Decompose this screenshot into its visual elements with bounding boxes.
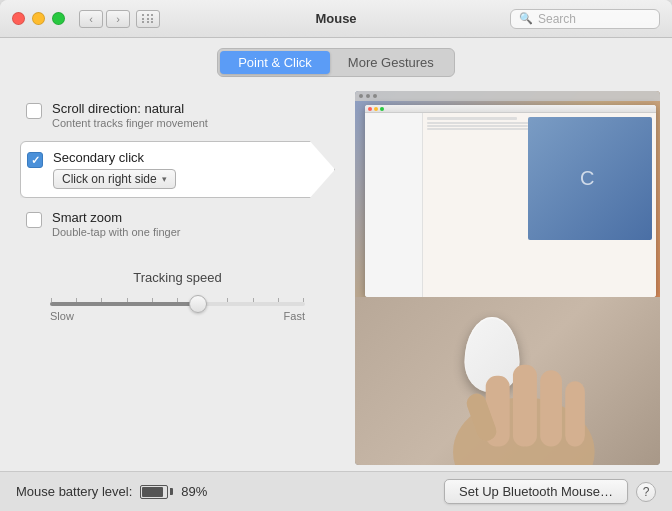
slider-labels: Slow Fast xyxy=(50,310,305,322)
secondary-click-text: Secondary click Click on right side ▾ xyxy=(53,150,304,189)
window: ‹ › Mouse 🔍 Search Point & Click More Ge… xyxy=(0,0,672,511)
svg-rect-3 xyxy=(513,364,537,446)
dropdown-label: Click on right side xyxy=(62,172,157,186)
scroll-direction-title: Scroll direction: natural xyxy=(52,101,329,116)
svg-rect-4 xyxy=(540,370,562,446)
traffic-lights xyxy=(12,12,65,25)
tabs-container: Point & Click More Gestures xyxy=(0,38,672,85)
preview-main: C xyxy=(423,113,656,297)
preview-window: C xyxy=(365,105,656,297)
help-icon: ? xyxy=(643,485,650,499)
search-bar[interactable]: 🔍 Search xyxy=(510,9,660,29)
tab-more-gestures[interactable]: More Gestures xyxy=(330,51,452,74)
smart-zoom-option: Smart zoom Double-tap with one finger xyxy=(20,202,335,246)
tracking-section: Tracking speed Slow Fast xyxy=(20,270,335,322)
back-button[interactable]: ‹ xyxy=(79,10,103,28)
minimize-button[interactable] xyxy=(32,12,45,25)
battery-nub xyxy=(170,488,173,495)
battery-percentage: 89% xyxy=(181,484,207,499)
preview-menubar xyxy=(355,91,660,101)
slider-fast-label: Fast xyxy=(284,310,305,322)
battery-icon xyxy=(140,485,173,499)
preview-window-bar xyxy=(365,105,656,113)
scroll-direction-option: Scroll direction: natural Content tracks… xyxy=(20,93,335,137)
smart-zoom-desc: Double-tap with one finger xyxy=(52,226,329,238)
bottom-bar: Mouse battery level: 89% Set Up Bluetoot… xyxy=(0,471,672,511)
preview-img-block: C xyxy=(528,117,652,240)
smart-zoom-title: Smart zoom xyxy=(52,210,329,225)
secondary-click-checkbox[interactable] xyxy=(27,152,43,168)
smart-zoom-text: Smart zoom Double-tap with one finger xyxy=(52,210,329,238)
bottom-buttons: Set Up Bluetooth Mouse… ? xyxy=(444,479,656,504)
maximize-button[interactable] xyxy=(52,12,65,25)
tracking-slider-container: Slow Fast xyxy=(50,297,305,322)
smart-zoom-checkbox[interactable] xyxy=(26,212,42,228)
window-title: Mouse xyxy=(315,11,356,26)
help-button[interactable]: ? xyxy=(636,482,656,502)
preview-sidebar xyxy=(365,113,423,297)
svg-text:C: C xyxy=(580,167,594,189)
secondary-click-dropdown-row: Click on right side ▾ xyxy=(53,169,304,189)
scroll-direction-text: Scroll direction: natural Content tracks… xyxy=(52,101,329,129)
preview-logo-icon: C xyxy=(575,163,605,193)
tab-point-click[interactable]: Point & Click xyxy=(220,51,330,74)
left-panel: Scroll direction: natural Content tracks… xyxy=(0,85,355,471)
slider-slow-label: Slow xyxy=(50,310,74,322)
scroll-direction-desc: Content tracks finger movement xyxy=(52,117,329,129)
battery-fill xyxy=(142,487,163,497)
preview-image: C xyxy=(355,91,660,465)
slider-thumb[interactable] xyxy=(189,295,207,313)
battery-body xyxy=(140,485,168,499)
titlebar: ‹ › Mouse 🔍 Search xyxy=(0,0,672,38)
forward-icon: › xyxy=(116,13,120,25)
chevron-down-icon: ▾ xyxy=(162,174,167,184)
battery-label: Mouse battery level: xyxy=(16,484,132,499)
secondary-click-option: Secondary click Click on right side ▾ xyxy=(20,141,335,198)
main-content: Scroll direction: natural Content tracks… xyxy=(0,85,672,471)
grid-view-button[interactable] xyxy=(136,10,160,28)
right-panel: C xyxy=(355,85,672,471)
close-button[interactable] xyxy=(12,12,25,25)
slider-track xyxy=(50,302,305,306)
forward-button[interactable]: › xyxy=(106,10,130,28)
hand-icon xyxy=(355,297,660,465)
nav-buttons: ‹ › xyxy=(79,10,130,28)
search-icon: 🔍 xyxy=(519,12,533,25)
tabs: Point & Click More Gestures xyxy=(217,48,455,77)
battery-info: Mouse battery level: 89% xyxy=(16,484,207,499)
tracking-label: Tracking speed xyxy=(50,270,305,285)
grid-icon xyxy=(142,14,154,23)
preview-hand xyxy=(355,297,660,465)
bluetooth-setup-button[interactable]: Set Up Bluetooth Mouse… xyxy=(444,479,628,504)
svg-rect-5 xyxy=(565,381,585,446)
back-icon: ‹ xyxy=(89,13,93,25)
search-placeholder: Search xyxy=(538,12,576,26)
preview-content: C xyxy=(365,113,656,297)
secondary-click-dropdown[interactable]: Click on right side ▾ xyxy=(53,169,176,189)
secondary-click-title: Secondary click xyxy=(53,150,304,165)
scroll-direction-checkbox[interactable] xyxy=(26,103,42,119)
preview-screen: C xyxy=(355,91,660,297)
